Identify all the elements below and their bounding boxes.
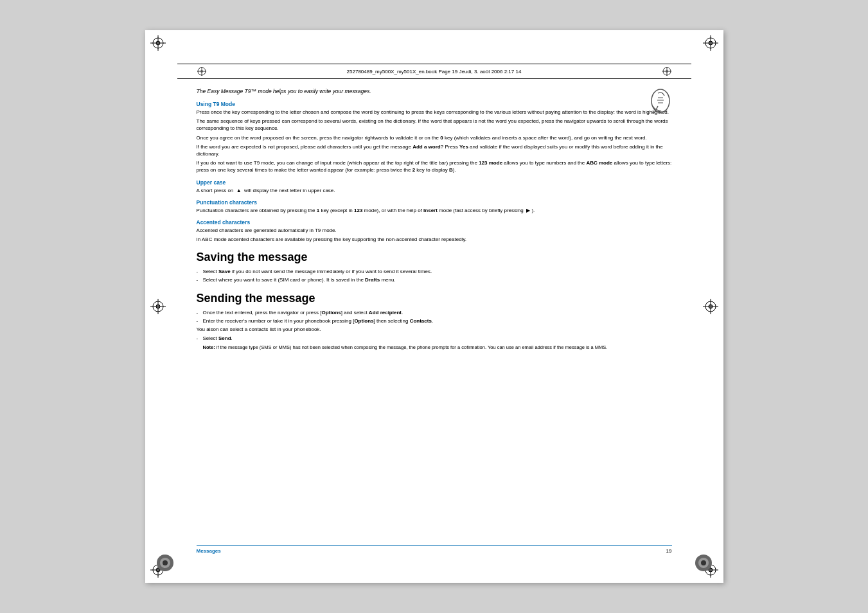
t9-para-5: If you do not want to use T9 mode, you c… xyxy=(197,159,672,173)
saving-bullet-1: Select Save if you do not want send the … xyxy=(197,268,672,275)
svg-point-3 xyxy=(156,41,160,45)
footer: Messages 19 xyxy=(197,545,672,554)
accented-para-2: In ABC mode accented characters are avai… xyxy=(197,236,672,243)
heading-sending: Sending the message xyxy=(197,292,672,305)
heading-using-t9: Using T9 Mode xyxy=(197,101,672,107)
heading-punctuation: Punctuation characters xyxy=(197,199,672,206)
sending-bullet-1: Once the text entered, press the navigat… xyxy=(197,309,672,316)
reg-mark-top-left xyxy=(150,35,166,51)
t9-para-4: If the word you are expected is not prop… xyxy=(197,143,672,157)
large-circle-bl xyxy=(155,553,175,573)
svg-point-33 xyxy=(200,70,203,73)
sending-bullet-3: Select Send. xyxy=(197,335,672,342)
punctuation-para: Punctuation characters are obtained by p… xyxy=(197,207,672,214)
footer-section-label: Messages xyxy=(197,548,221,554)
reg-mark-mid-right xyxy=(703,299,718,314)
svg-point-7 xyxy=(709,41,713,45)
heading-upper-case: Upper case xyxy=(197,179,672,186)
footer-page-number: 19 xyxy=(666,548,672,554)
large-circle-br xyxy=(694,553,713,573)
t9-icon xyxy=(640,88,672,117)
svg-point-26 xyxy=(701,560,706,565)
heading-saving: Saving the message xyxy=(197,251,672,264)
sending-note: Note: if the message type (SMS or MMS) h… xyxy=(197,344,672,351)
header-bar: 252780489_my500X_my501X_en.book Page 19 … xyxy=(177,64,691,79)
svg-point-37 xyxy=(666,70,668,73)
svg-point-23 xyxy=(709,305,713,308)
intro-text: The Easy Message T9™ mode helps you to e… xyxy=(197,88,672,94)
t9-para-1: Press once the key corresponding to the … xyxy=(197,109,672,116)
heading-accented: Accented characters xyxy=(197,219,672,226)
content-area: The Easy Message T9™ mode helps you to e… xyxy=(197,88,672,531)
upper-case-para: A short press on ▲ will display the next… xyxy=(197,187,672,194)
svg-point-29 xyxy=(163,560,168,565)
reg-mark-mid-left xyxy=(150,299,166,314)
saving-bullet-2: Select where you want to save it (SIM ca… xyxy=(197,276,672,283)
reg-mark-top-right xyxy=(703,35,718,51)
sending-text1: You alson can select a contacts list in … xyxy=(197,326,672,333)
t9-para-3: Once you agree on the word proposed on t… xyxy=(197,134,672,141)
file-info: 252780489_my500X_my501X_en.book Page 19 … xyxy=(347,69,522,75)
accented-para-1: Accented characters are generated automa… xyxy=(197,227,672,234)
document-page: 252780489_my500X_my501X_en.book Page 19 … xyxy=(145,30,723,583)
t9-para-2: The same sequence of keys pressed can co… xyxy=(197,118,672,132)
sending-bullet-2: Enter the receiver's number or take it i… xyxy=(197,317,672,324)
svg-point-19 xyxy=(156,305,160,308)
